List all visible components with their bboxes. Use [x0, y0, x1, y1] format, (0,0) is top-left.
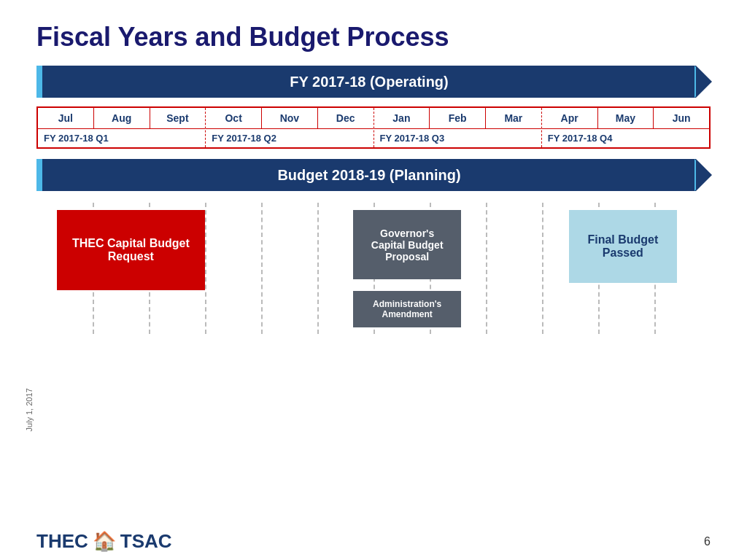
quarter-label-q4: FY 2017-18 Q4 [542, 128, 709, 147]
month-may: May [598, 108, 654, 128]
month-sept: Sept [150, 108, 206, 128]
quarter-block-q1: Jul Aug Sept FY 2017-18 Q1 [38, 108, 206, 147]
operating-banner-label: FY 2017-18 (Operating) [290, 74, 448, 90]
quarter-block-q3: Jan Feb Mar FY 2017-18 Q3 [374, 108, 542, 147]
footer: THEC 🏠 TSAC 6 [0, 530, 747, 553]
month-aug: Aug [94, 108, 150, 128]
dashed-line-9 [542, 203, 543, 334]
page-title: Fiscal Years and Budget Process [36, 22, 711, 52]
planning-accent [36, 159, 42, 191]
quarter-label-q2: FY 2017-18 Q2 [206, 128, 373, 147]
governor-budget-box: Governor's Capital Budget Proposal [353, 210, 461, 279]
operating-accent [36, 66, 42, 98]
planning-banner: Budget 2018-19 (Planning) [36, 159, 711, 191]
side-date: July 1, 2017 [25, 388, 34, 431]
logo-icon: 🏠 [93, 530, 116, 553]
month-nov: Nov [262, 108, 318, 128]
slide: Fiscal Years and Budget Process FY 2017-… [0, 0, 747, 560]
logo-tsac: TSAC [120, 530, 172, 553]
planning-banner-label: Budget 2018-19 (Planning) [277, 167, 460, 184]
operating-banner-body: FY 2017-18 (Operating) [42, 66, 696, 98]
dashed-line-5 [317, 203, 319, 334]
quarter-block-q4: Apr May Jun FY 2017-18 Q4 [542, 108, 709, 147]
dashed-line-3 [205, 203, 206, 334]
budget-section: THEC Capital Budget Request Governor's C… [36, 203, 711, 334]
logo-thec: THEC [36, 530, 88, 553]
final-budget-box: Final Budget Passed [569, 210, 677, 283]
month-apr: Apr [542, 108, 598, 128]
month-dec: Dec [318, 108, 374, 128]
planning-banner-body: Budget 2018-19 (Planning) [42, 159, 696, 191]
footer-logo: THEC 🏠 TSAC [36, 530, 172, 553]
quarter-label-q3: FY 2017-18 Q3 [374, 128, 541, 147]
quarter-label-q1: FY 2017-18 Q1 [38, 128, 205, 147]
quarters-row: Jul Aug Sept FY 2017-18 Q1 Oct Nov Dec F… [36, 106, 711, 149]
admin-amendment-box: Administration's Amendment [353, 291, 461, 327]
month-jan: Jan [374, 108, 430, 128]
quarter-block-q2: Oct Nov Dec FY 2017-18 Q2 [206, 108, 374, 147]
operating-banner: FY 2017-18 (Operating) [36, 66, 711, 98]
thec-budget-box: THEC Capital Budget Request [57, 210, 205, 290]
month-feb: Feb [430, 108, 486, 128]
month-jul: Jul [38, 108, 94, 128]
page-number: 6 [704, 535, 711, 548]
month-jun: Jun [654, 108, 709, 128]
dashed-line-8 [486, 203, 487, 334]
month-oct: Oct [206, 108, 262, 128]
dashed-line-4 [261, 203, 263, 334]
month-mar: Mar [486, 108, 541, 128]
